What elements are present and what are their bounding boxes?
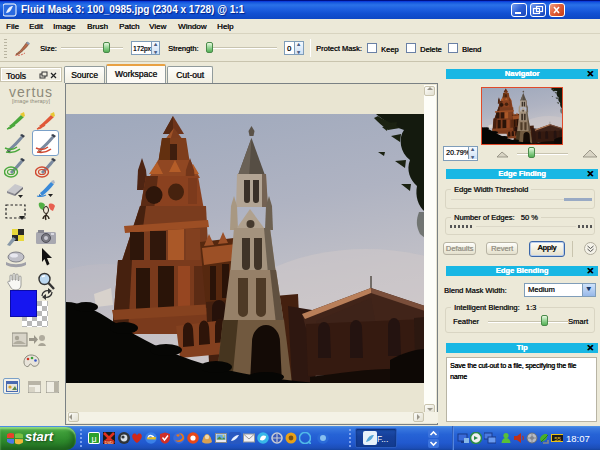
svg-text:μ: μ: [91, 434, 96, 444]
svg-text:55: 55: [554, 436, 561, 442]
svg-text:DVD: DVD: [105, 440, 114, 445]
